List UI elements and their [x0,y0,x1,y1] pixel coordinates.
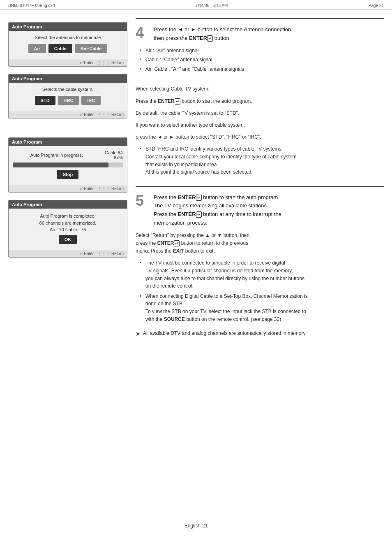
progress-bar-inner [13,163,108,167]
footer-enter-icon2: ⏎ Enter [80,112,94,117]
right-column: 4 Press the ◄ or ► button to select the … [136,18,384,345]
std-button[interactable]: STD [35,96,55,105]
step4-bullets: Air : "Air" antenna signal Cable : "Cabl… [136,47,384,73]
ui-box-antenna: Auto Program Select the antennas to memo… [8,22,127,67]
footer-enter-icon4: ⏎ Enter [80,251,94,256]
cable-section-title: When selecting Cable TV system: [136,85,384,93]
filename: BN68-01047F-00Eng.qxd [8,3,55,8]
footer-enter-icon1: ⏎ Enter [80,60,94,65]
ui-box3-footer: ⏎ Enter ⋮⋮⋮ Return [9,185,127,192]
step5-header: 5 Press the ENTER↵ button to start the a… [136,193,384,228]
air-cable-button[interactable]: Air+Cable [75,44,108,53]
ui-box2-title: Auto Program [9,74,127,83]
irc-button[interactable]: IRC [81,96,101,105]
ok-button-container: OK [13,235,123,244]
progress-label: Auto Program in progress. [13,153,101,158]
arrow-note-text: All available DTV and analog channels ar… [143,330,307,336]
step5-bullets: The TV must be connected to air/cable in… [136,259,384,323]
cable-line3: If you want to select another type of ca… [136,121,384,129]
progress-bar-outer [13,163,123,167]
bullet-air-cable: Air+Cable : "Air" and "Cable" antenna si… [145,65,384,73]
cable-line2: By default, the cable TV system is set t… [136,109,384,117]
bullet-cable: Cable : "Cable" antenna signal [145,56,384,64]
ui-box1-title: Auto Program [9,23,127,31]
stop-button-container: Stop [13,170,123,179]
ui-box1-label: Select the antennas to memorize [13,35,123,40]
bullet-digital-cable: When connecting Digital Cable to a Set-T… [145,293,384,323]
ui-box-completed: Auto Program Auto Program is completed. … [8,200,127,258]
footer-return-icon3: ⋮⋮⋮ Return [98,186,124,191]
page-header: BN68-01047F-00Eng.qxd 7/14/06 5:16 AM Pa… [0,0,392,10]
page-footer: English-21 [0,519,392,533]
cable-line1: Press the ENTER↵ button to start the aut… [136,98,384,105]
bullet-cable-types: STD, HRC and IRC identify various types … [145,145,384,176]
left-column: Auto Program Select the antennas to memo… [8,18,127,345]
ui-box3-title: Auto Program [9,138,127,146]
footer-return-icon2: ⋮⋮⋮ Return [98,112,124,117]
bullet-tv-connected: The TV must be connected to air/cable in… [145,259,384,290]
ui-box2-label: Selects the cable system. [13,87,123,92]
step5-section: 5 Press the ENTER↵ button to start the a… [136,186,384,346]
ui-box-cable: Auto Program Selects the cable system. S… [8,74,127,118]
footer-return-icon1: ⋮⋮⋮ Return [98,60,124,65]
step4-instruction: Press the ◄ or ► button to select the An… [154,26,293,43]
ui-box-progress: Auto Program Auto Program in progress. C… [8,137,127,193]
step5-select-text: Select "Return" by pressing the ▲ or ▼ b… [136,232,384,255]
completed-text: Auto Program is completed. 86 channels a… [13,213,123,233]
cable-info: Cable 84 87% [105,150,123,160]
cable-line4: press the ◄ or ► button to select "STD",… [136,133,384,141]
ui-box2-footer: ⏎ Enter ⋮⋮⋮ Return [9,111,127,118]
page-number: Page 21 [369,3,384,8]
step4-number: 4 [136,26,148,40]
bullet-air: Air : "Air" antenna signal [145,47,384,55]
step4-section: 4 Press the ◄ or ► button to select the … [136,18,384,186]
ui-box4-title: Auto Program [9,200,127,209]
ui-box2-buttons: STD HRC IRC [13,96,123,105]
ok-button[interactable]: OK [59,235,77,244]
footer-text: English-21 [184,523,208,529]
arrow-symbol: ➤ [136,330,141,337]
ui-box4-footer: ⏎ Enter ⋮⋮⋮ Return [9,250,127,257]
step4-header: 4 Press the ◄ or ► button to select the … [136,26,384,43]
hrc-button[interactable]: HRC [58,96,79,105]
footer-enter-icon3: ⏎ Enter [80,186,94,191]
air-button[interactable]: Air [28,44,46,53]
cable-bullets: STD, HRC and IRC identify various types … [136,145,384,176]
stop-button[interactable]: Stop [57,170,78,179]
footer-return-icon4: ⋮⋮⋮ Return [98,251,124,256]
ui-box1-footer: ⏎ Enter ⋮⋮⋮ Return [9,59,127,66]
arrow-note: ➤ All available DTV and analog channels … [136,330,384,337]
ui-box1-buttons: Air Cable Air+Cable [13,44,123,53]
date-time: 7/14/06 5:16 AM [196,3,228,8]
step5-instruction: Press the ENTER↵ button to start the aut… [154,193,281,228]
step5-number: 5 [136,193,148,208]
cable-button[interactable]: Cable [48,44,72,53]
